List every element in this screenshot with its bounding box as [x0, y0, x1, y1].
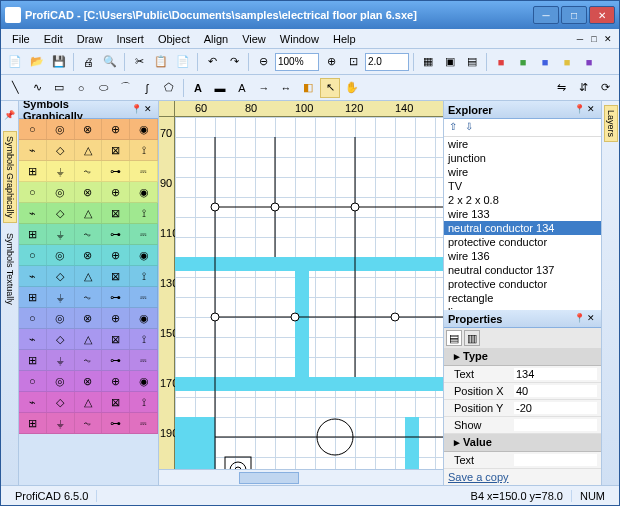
symbol-cell[interactable]: ⎓ — [130, 350, 158, 370]
symbol-cell[interactable]: ⊞ — [19, 287, 47, 307]
symbol-cell[interactable]: ○ — [19, 182, 47, 202]
preview-button[interactable]: 🔍 — [100, 52, 120, 72]
polygon-tool[interactable]: ⬠ — [159, 78, 179, 98]
copy-button[interactable]: 📋 — [151, 52, 171, 72]
symbol-cell[interactable]: ⊠ — [102, 392, 130, 412]
explorer-close-icon[interactable]: ✕ — [585, 104, 597, 116]
print-button[interactable]: 🖨 — [78, 52, 98, 72]
symbol-cell[interactable]: ⊗ — [75, 119, 103, 139]
symbol-cell[interactable]: ○ — [19, 119, 47, 139]
symbol-cell[interactable]: ⟟ — [130, 392, 158, 412]
menu-window[interactable]: Window — [273, 31, 326, 47]
symbol-cell[interactable]: △ — [75, 392, 103, 412]
redo-button[interactable]: ↷ — [224, 52, 244, 72]
symbol-cell[interactable]: ⊞ — [19, 161, 47, 181]
rotate-button[interactable]: ⟳ — [595, 78, 615, 98]
symbol-cell[interactable]: ⊶ — [102, 413, 130, 433]
new-button[interactable]: 📄 — [5, 52, 25, 72]
close-button[interactable]: ✕ — [589, 6, 615, 24]
A-button[interactable]: A — [232, 78, 252, 98]
menu-align[interactable]: Align — [197, 31, 235, 47]
explorer-item[interactable]: protective conductor — [444, 235, 601, 249]
tab-symbols-textually[interactable]: Symbols Textually — [4, 229, 16, 309]
symbol-cell[interactable]: ◎ — [47, 371, 75, 391]
symbol-cell[interactable]: ⊕ — [102, 119, 130, 139]
explorer-down-icon[interactable]: ⇩ — [462, 121, 476, 135]
symbol-cell[interactable]: △ — [75, 203, 103, 223]
color5-button[interactable]: ■ — [579, 52, 599, 72]
cut-button[interactable]: ✂ — [129, 52, 149, 72]
lineweight-input[interactable] — [365, 53, 409, 71]
palette-pin-icon[interactable]: 📍 — [130, 104, 142, 116]
explorer-item[interactable]: wire 136 — [444, 249, 601, 263]
color4-button[interactable]: ■ — [557, 52, 577, 72]
symbol-cell[interactable]: ◉ — [130, 371, 158, 391]
grid-button[interactable]: ▦ — [418, 52, 438, 72]
explorer-item[interactable]: junction — [444, 151, 601, 165]
polyline-tool[interactable]: ∿ — [27, 78, 47, 98]
symbol-cell[interactable]: ⊶ — [102, 224, 130, 244]
prop-value[interactable]: 134 — [514, 368, 597, 380]
bezier-tool[interactable]: ∫ — [137, 78, 157, 98]
symbol-cell[interactable]: ⟟ — [130, 140, 158, 160]
rect-tool[interactable]: ▭ — [49, 78, 69, 98]
symbol-cell[interactable]: ⊶ — [102, 287, 130, 307]
circle-tool[interactable]: ○ — [71, 78, 91, 98]
tab-layers[interactable]: Layers — [604, 105, 618, 142]
symbol-cell[interactable]: ⊶ — [102, 350, 130, 370]
paste-button[interactable]: 📄 — [173, 52, 193, 72]
symbol-cell[interactable]: ⊶ — [102, 161, 130, 181]
prop-tab2[interactable]: ▥ — [464, 330, 480, 346]
symbol-cell[interactable]: ⊗ — [75, 371, 103, 391]
explorer-up-icon[interactable]: ⇧ — [446, 121, 460, 135]
symbol-cell[interactable]: ⊠ — [102, 329, 130, 349]
snap-button[interactable]: ▣ — [440, 52, 460, 72]
symbol-cell[interactable]: ◎ — [47, 308, 75, 328]
flip-h-button[interactable]: ⇋ — [551, 78, 571, 98]
save-copy-link[interactable]: Save a copy — [444, 469, 601, 485]
symbol-cell[interactable]: ⏦ — [75, 287, 103, 307]
mdi-minimize[interactable]: ─ — [573, 34, 587, 44]
symbol-cell[interactable]: △ — [75, 266, 103, 286]
line-tool[interactable]: ╲ — [5, 78, 25, 98]
explorer-item[interactable]: wire — [444, 137, 601, 151]
symbol-cell[interactable]: ⟟ — [130, 266, 158, 286]
symbol-cell[interactable]: ⊠ — [102, 266, 130, 286]
symbol-cell[interactable]: ⌁ — [19, 140, 47, 160]
drawing-canvas[interactable] — [175, 117, 443, 469]
symbol-cell[interactable]: ⊗ — [75, 245, 103, 265]
properties-close-icon[interactable]: ✕ — [585, 313, 597, 325]
symbol-cell[interactable]: ⊠ — [102, 203, 130, 223]
symbol-cell[interactable]: ⏚ — [47, 287, 75, 307]
symbol-cell[interactable]: ⎓ — [130, 224, 158, 244]
symbol-cell[interactable]: ⎓ — [130, 413, 158, 433]
symbol-cell[interactable]: ⌁ — [19, 203, 47, 223]
symbol-cell[interactable]: ⊠ — [102, 140, 130, 160]
symbol-cell[interactable]: ⏚ — [47, 161, 75, 181]
pan-tool[interactable]: ✋ — [342, 78, 362, 98]
mdi-restore[interactable]: □ — [587, 34, 601, 44]
symbol-cell[interactable]: ⊞ — [19, 350, 47, 370]
color3-button[interactable]: ■ — [535, 52, 555, 72]
symbol-cell[interactable]: ⎓ — [130, 287, 158, 307]
explorer-item[interactable]: TV — [444, 179, 601, 193]
color1-button[interactable]: ■ — [491, 52, 511, 72]
symbol-cell[interactable]: ◎ — [47, 245, 75, 265]
maximize-button[interactable]: □ — [561, 6, 587, 24]
symbol-cell[interactable]: ⊗ — [75, 308, 103, 328]
explorer-item[interactable]: wire 133 — [444, 207, 601, 221]
symbol-cell[interactable]: ⏦ — [75, 224, 103, 244]
minimize-button[interactable]: ─ — [533, 6, 559, 24]
symbol-cell[interactable]: ◉ — [130, 182, 158, 202]
prop-value[interactable] — [514, 419, 597, 431]
symbol-cell[interactable]: ⊕ — [102, 371, 130, 391]
ellipse-tool[interactable]: ⬭ — [93, 78, 113, 98]
palette-close-icon[interactable]: ✕ — [142, 104, 154, 116]
symbol-cell[interactable]: ○ — [19, 371, 47, 391]
prop-tab1[interactable]: ▤ — [446, 330, 462, 346]
symbol-cell[interactable]: ⊞ — [19, 224, 47, 244]
symbol-cell[interactable]: ◎ — [47, 119, 75, 139]
symbol-cell[interactable]: ◉ — [130, 119, 158, 139]
symbol-cell[interactable]: △ — [75, 329, 103, 349]
scrollbar-thumb[interactable] — [239, 472, 299, 484]
